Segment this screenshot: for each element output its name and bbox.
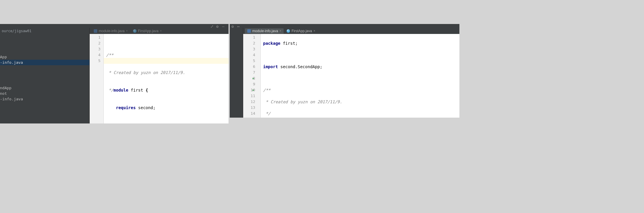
tree-item[interactable]: App — [0, 54, 89, 60]
code-token: first — [128, 88, 146, 92]
left-toolbar-strip: ⤢ ⚙ – — [0, 24, 229, 28]
code-token: /** — [106, 53, 113, 57]
line-number: 7 — [243, 70, 255, 75]
left-ide-window: ⤢ ⚙ – ource/jigsaw01 App -info.java ndAp… — [0, 24, 229, 123]
right-code-lines[interactable]: package first; import second.SecondApp; … — [261, 34, 459, 118]
code-token: } — [106, 123, 108, 123]
left-tabbar: module-info.java × FirstApp.java × — [90, 28, 229, 34]
code-token: * Created by yuzn on 2017/11/9. — [106, 70, 185, 75]
tab-label: module-info.java — [99, 29, 125, 33]
java-module-icon — [94, 29, 97, 33]
right-sidebar-sliver — [230, 28, 243, 118]
code-token: requires — [116, 105, 136, 110]
run-gutter-icon[interactable]: ▶ — [253, 87, 254, 93]
tab-firstapp[interactable]: FirstApp.java × — [131, 28, 164, 34]
code-token: module — [113, 88, 128, 92]
line-number: 3 — [243, 46, 255, 52]
line-number: 1 — [90, 35, 100, 40]
line-number: 14 — [243, 111, 255, 116]
line-number: 5 — [90, 58, 100, 64]
java-class-icon — [133, 29, 137, 33]
screenshot-root: ⤢ ⚙ – ource/jigsaw01 App -info.java ndAp… — [0, 0, 459, 152]
code-token: */ — [106, 88, 113, 92]
close-icon[interactable]: × — [314, 29, 315, 32]
t: /** — [263, 88, 270, 92]
line-number: 12 — [243, 99, 255, 105]
current-line-highlight — [104, 58, 229, 64]
t: package — [263, 41, 280, 46]
hide-icon[interactable]: – — [222, 24, 226, 28]
line-number: 4 — [243, 52, 255, 58]
t: * Created by yuzn on 2017/11/9. — [263, 99, 342, 104]
collapse-icon[interactable]: ⤢ — [210, 24, 214, 28]
tab-label: FirstApp.java — [138, 29, 159, 33]
java-class-icon — [287, 29, 290, 33]
close-icon[interactable]: × — [160, 29, 162, 32]
tree-item-selected[interactable]: -info.java — [0, 60, 89, 65]
t: */ — [263, 111, 270, 116]
t: first; — [280, 41, 298, 46]
line-number: 3 — [90, 46, 100, 52]
project-tree[interactable]: ource/jigsaw01 App -info.java ndApp not … — [0, 28, 90, 123]
gear-icon[interactable]: ⚙ — [231, 24, 235, 28]
left-gutter: 1 2 3 4 5 — [90, 34, 104, 123]
left-code-lines[interactable]: /** * Created by yuzn on 2017/11/9. */mo… — [104, 34, 229, 123]
code-token: second; — [136, 105, 155, 110]
right-ide-columns: module-info.java × FirstApp.java × 1 2 — [230, 28, 459, 118]
right-ide-window: ⚙ ↦ module-info.java × FirstApp.java — [230, 24, 459, 118]
tab-label: FirstApp.java — [292, 29, 312, 33]
tree-item[interactable]: ndApp — [0, 85, 89, 91]
right-panel: ⚙ ↦ module-info.java × FirstApp.java — [229, 0, 459, 152]
tree-item[interactable]: not — [0, 91, 89, 96]
left-code-area[interactable]: 1 2 3 4 5 /** * Created by yuzn on 2017/… — [90, 34, 229, 123]
right-code-area[interactable]: 1 2 3 4 5 6 7 8▶ 9 10▶ 11 12 13 — [243, 34, 459, 118]
t: import — [263, 64, 278, 69]
line-number: 4 — [90, 52, 100, 58]
line-number: 13 — [243, 105, 255, 111]
line-number: 1 — [243, 35, 255, 40]
left-panel: ⤢ ⚙ – ource/jigsaw01 App -info.java ndAp… — [0, 0, 229, 152]
close-icon[interactable]: × — [280, 29, 281, 32]
close-icon[interactable]: × — [126, 29, 128, 32]
left-ide-columns: ource/jigsaw01 App -info.java ndApp not … — [0, 28, 229, 123]
run-gutter-icon[interactable]: ▶ — [253, 75, 254, 81]
breadcrumb: ource/jigsaw01 — [0, 28, 89, 34]
gear-icon[interactable]: ⚙ — [216, 24, 220, 28]
code-token: { — [146, 88, 148, 92]
java-module-icon — [247, 29, 251, 33]
right-tabbar: module-info.java × FirstApp.java × — [243, 28, 459, 34]
tab-module-info[interactable]: module-info.java × — [245, 28, 284, 34]
right-editor: module-info.java × FirstApp.java × 1 2 — [243, 28, 459, 118]
right-toolbar-strip: ⚙ ↦ — [230, 24, 459, 28]
line-number: 5 — [243, 58, 255, 64]
t: second.SecondApp; — [278, 64, 323, 69]
right-gutter: 1 2 3 4 5 6 7 8▶ 9 10▶ 11 12 13 — [243, 34, 261, 118]
tree-item[interactable]: -info.java — [0, 96, 89, 102]
left-editor: module-info.java × FirstApp.java × 1 2 — [90, 28, 229, 123]
indent-icon[interactable]: ↦ — [237, 24, 241, 28]
line-number: 6 — [243, 64, 255, 70]
line-number: 2 — [243, 40, 255, 46]
tab-label: module-info.java — [252, 29, 278, 33]
tab-firstapp[interactable]: FirstApp.java × — [284, 28, 318, 34]
tab-module-info[interactable]: module-info.java × — [91, 28, 130, 34]
line-number: 9 — [243, 81, 255, 87]
line-number: 2 — [90, 40, 100, 46]
line-number: 11 — [243, 93, 255, 99]
